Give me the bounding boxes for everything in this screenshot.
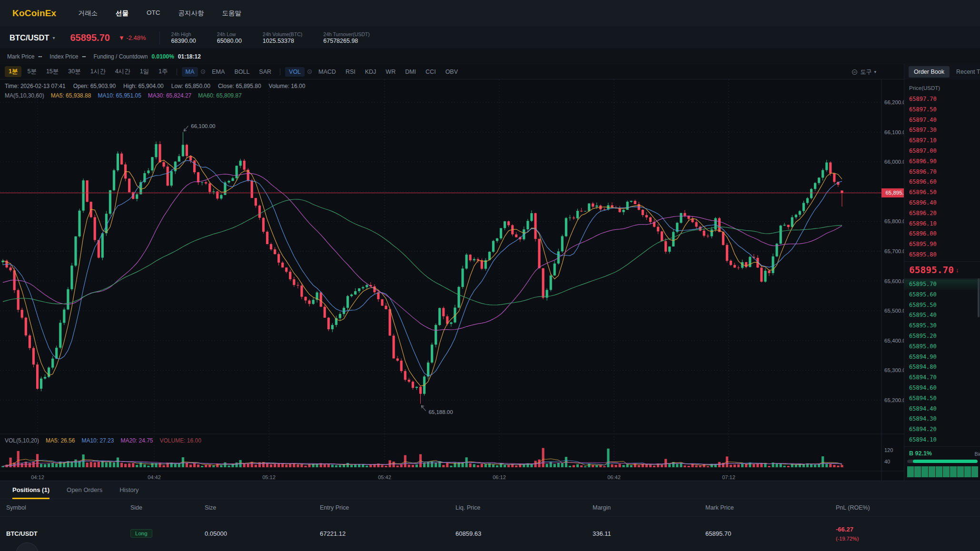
brand-logo[interactable]: KoCoinEx <box>12 8 56 19</box>
ask-row[interactable]: 65897.00 <box>904 146 980 157</box>
timeframe-5분[interactable]: 5분 <box>23 66 40 77</box>
ask-row[interactable]: 65895.90 <box>904 239 980 250</box>
ask-row[interactable]: 65896.60 <box>904 177 980 187</box>
main-nav: 거래소선물OTC공지사항도움말 <box>78 9 241 18</box>
order-book-price-header: Price(USDT) <box>909 85 940 91</box>
depth-block <box>921 466 928 477</box>
stat-value: 1025.53378 <box>263 38 302 45</box>
depth-blocks <box>907 466 978 477</box>
column-header: Symbol <box>6 504 130 511</box>
nav-item-도움말[interactable]: 도움말 <box>222 9 241 18</box>
ask-row[interactable]: 65897.50 <box>904 105 980 115</box>
stat-value: 67578265.98 <box>323 38 369 45</box>
price-change: ▼ -2.48% <box>119 34 146 41</box>
bid-row[interactable]: 65894.60 <box>904 383 980 394</box>
bid-row[interactable]: 65894.40 <box>904 404 980 414</box>
tab-recent-trades[interactable]: Recent Trades <box>956 69 980 75</box>
timeframe-1시간[interactable]: 1시간 <box>87 66 109 77</box>
timeframe-1분[interactable]: 1분 <box>5 66 21 77</box>
stat-label: 24h Low <box>217 31 242 38</box>
indicator-MA[interactable]: MA <box>182 67 198 77</box>
indicator-SAR[interactable]: SAR <box>255 67 275 77</box>
tab-history[interactable]: History <box>119 481 139 499</box>
table-row: BTC/USDT Long 0.05000 67221.12 60859.63 … <box>0 517 980 550</box>
depth-block <box>914 466 921 477</box>
depth-block <box>957 466 964 477</box>
symbol-selector[interactable]: BTC/USDT ▾ <box>10 33 55 42</box>
tab-order-book[interactable]: Order Book <box>909 66 950 78</box>
gear-icon[interactable] <box>201 69 205 74</box>
ask-row[interactable]: 65896.50 <box>904 187 980 198</box>
down-arrow-icon: ↓ <box>956 266 959 274</box>
indicator-VOL[interactable]: VOL <box>285 67 305 77</box>
tab-open-orders[interactable]: Open Orders <box>67 481 102 499</box>
nav-item-OTC[interactable]: OTC <box>147 9 160 18</box>
bid-row[interactable]: 65894.30 <box>904 414 980 424</box>
indicator-CCI[interactable]: CCI <box>422 67 440 77</box>
tab-positions-1-[interactable]: Positions (1) <box>12 481 49 499</box>
scrollbar-thumb[interactable] <box>978 278 980 317</box>
ask-row[interactable]: 65896.20 <box>904 208 980 219</box>
depth-block <box>971 466 978 477</box>
top-navbar: KoCoinEx 거래소선물OTC공지사항도움말 <box>0 0 980 27</box>
indicator-WR[interactable]: WR <box>382 67 399 77</box>
indicator-BOLL[interactable]: BOLL <box>230 67 253 77</box>
ask-row[interactable]: 65896.40 <box>904 198 980 208</box>
ticker-bar: BTC/USDT ▾ 65895.70 ▼ -2.48% 24h High683… <box>0 27 980 49</box>
bid-row[interactable]: 65895.00 <box>904 342 980 352</box>
bid-row[interactable]: 65894.70 <box>904 373 980 383</box>
bid-row[interactable]: 65894.80 <box>904 362 980 373</box>
timeframe-4시간[interactable]: 4시간 <box>111 66 134 77</box>
bid-row[interactable]: 65895.30 <box>904 321 980 331</box>
svg-text:04:42: 04:42 <box>148 474 161 480</box>
ask-row[interactable]: 65896.10 <box>904 219 980 229</box>
column-header: Mark Price <box>705 504 836 511</box>
nav-item-거래소[interactable]: 거래소 <box>78 9 98 18</box>
price-chart-svg[interactable]: 66,200.0066,100.0066,000.0065,800.0065,7… <box>0 79 914 481</box>
ask-row[interactable]: 65897.30 <box>904 125 980 136</box>
bid-row[interactable]: 65894.90 <box>904 352 980 363</box>
position-symbol: BTC/USDT <box>6 530 130 537</box>
bids-side-label: Bids <box>975 451 980 457</box>
nav-item-선물[interactable]: 선물 <box>116 9 129 18</box>
bid-row[interactable]: 65894.10 <box>904 435 980 445</box>
column-header: Size <box>205 504 320 511</box>
svg-text:66,100.00: 66,100.00 <box>191 123 215 129</box>
depth-block <box>943 466 950 477</box>
bid-row[interactable]: 65894.50 <box>904 394 980 404</box>
tools-icon <box>852 69 857 75</box>
svg-text:04:12: 04:12 <box>31 474 44 480</box>
timeframe-1일[interactable]: 1일 <box>136 66 153 77</box>
indicator-MACD[interactable]: MACD <box>315 67 340 77</box>
gear-icon[interactable] <box>307 69 312 74</box>
indicator-KDJ[interactable]: KDJ <box>361 67 380 77</box>
position-margin: 336.11 <box>593 530 705 537</box>
indicator-RSI[interactable]: RSI <box>342 67 359 77</box>
timeframe-1주[interactable]: 1주 <box>155 66 171 77</box>
nav-item-공지사항[interactable]: 공지사항 <box>178 9 204 18</box>
indicator-OBV[interactable]: OBV <box>442 67 462 77</box>
bid-row[interactable]: 65895.20 <box>904 331 980 342</box>
bid-row[interactable]: 65895.70 <box>904 279 980 290</box>
ask-row[interactable]: 65896.00 <box>904 229 980 239</box>
ask-row[interactable]: 65897.40 <box>904 115 980 126</box>
indicator-DMI[interactable]: DMI <box>401 67 420 77</box>
ask-row[interactable]: 65896.70 <box>904 167 980 177</box>
ask-row[interactable]: 65897.10 <box>904 136 980 146</box>
column-header: PnL (ROE%) <box>836 504 980 511</box>
ask-row[interactable]: 65896.90 <box>904 157 980 167</box>
position-size: 0.05000 <box>205 530 320 537</box>
tools-dropdown[interactable]: 도구 ▾ <box>852 64 876 79</box>
timeframe-15분[interactable]: 15분 <box>42 66 62 77</box>
ask-row[interactable]: 65897.70 <box>904 94 980 105</box>
column-header: Liq. Price <box>455 504 593 511</box>
timeframe-30분[interactable]: 30분 <box>64 66 84 77</box>
stat-value: 65080.00 <box>217 38 242 45</box>
bid-row[interactable]: 65895.40 <box>904 310 980 321</box>
divider <box>280 69 280 75</box>
bid-row[interactable]: 65895.50 <box>904 300 980 311</box>
bid-row[interactable]: 65895.60 <box>904 290 980 300</box>
indicator-EMA[interactable]: EMA <box>208 67 228 77</box>
ask-row[interactable]: 65895.80 <box>904 250 980 260</box>
bid-row[interactable]: 65894.20 <box>904 424 980 435</box>
